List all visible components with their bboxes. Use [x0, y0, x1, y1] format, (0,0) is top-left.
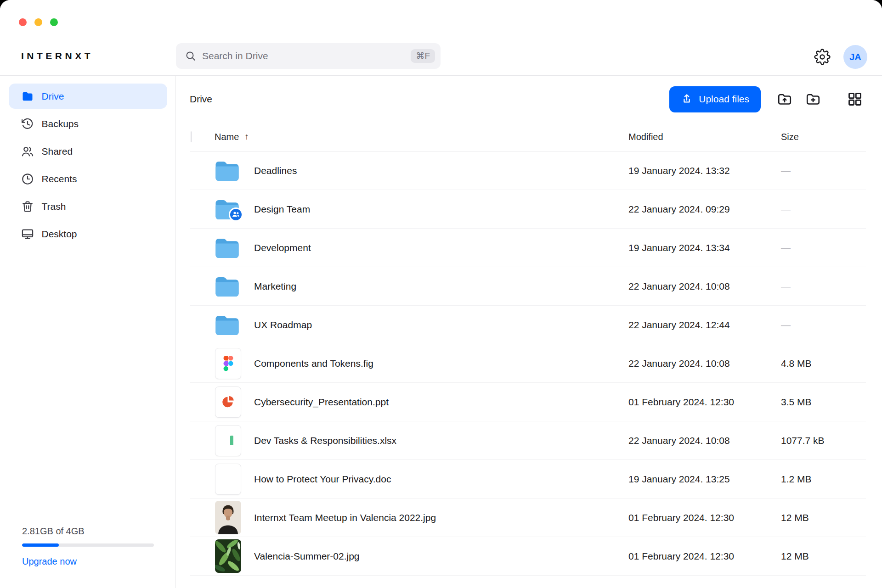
gear-icon [814, 49, 831, 65]
table-header: Name ↑ Modified Size [190, 123, 866, 151]
file-row[interactable]: Development 19 January 2024. 13:34 — [190, 229, 866, 267]
presentation-file-icon [215, 386, 241, 418]
file-row[interactable]: Marketing 22 January 2024. 10:08 — [190, 267, 866, 306]
file-modified: 22 January 2024. 10:08 [628, 281, 781, 292]
image-thumbnail [215, 539, 241, 573]
file-modified: 22 January 2024. 10:08 [628, 435, 781, 446]
file-row[interactable]: Design Team 22 January 2024. 09:29 — [190, 190, 866, 229]
file-name: Marketing [254, 281, 628, 292]
sidebar-item-trash[interactable]: Trash [9, 194, 167, 219]
file-size: — [781, 319, 866, 330]
file-name: Components and Tokens.fig [254, 358, 628, 369]
history-icon [21, 118, 34, 130]
folder-icon [215, 315, 239, 335]
column-header-modified[interactable]: Modified [628, 132, 781, 142]
file-size: — [781, 242, 866, 253]
file-row[interactable]: Internxt Team Meetup in Valencia 2022.jp… [190, 498, 866, 537]
grid-view-button[interactable] [843, 88, 867, 110]
desktop-icon [21, 228, 34, 241]
search-icon [185, 50, 196, 62]
avatar[interactable]: JA [843, 45, 867, 69]
search-input[interactable] [202, 50, 405, 62]
page-title: Drive [190, 94, 212, 105]
file-size: — [781, 204, 866, 215]
column-header-size[interactable]: Size [781, 132, 866, 142]
file-modified: 19 January 2024. 13:34 [628, 242, 781, 253]
file-size: — [781, 165, 866, 176]
column-header-name[interactable]: Name ↑ [215, 132, 628, 142]
file-name: Internxt Team Meetup in Valencia 2022.jp… [254, 512, 628, 523]
file-size: 4.8 MB [781, 358, 866, 369]
file-size: — [781, 281, 866, 292]
sidebar-item-shared[interactable]: Shared [9, 139, 167, 164]
settings-button[interactable] [811, 46, 833, 68]
file-row[interactable]: Deadlines 19 January 2024. 13:32 — [190, 151, 866, 190]
file-modified: 01 February 2024. 12:30 [628, 397, 781, 408]
file-name: How to Protect Your Privacy.doc [254, 474, 628, 485]
storage-usage-label: 2.81GB of 4GB [22, 526, 154, 537]
search-bar[interactable]: ⌘F [176, 43, 441, 69]
top-bar: INTERNXT ⌘F JA [0, 0, 882, 76]
file-name: Deadlines [254, 165, 628, 176]
folder-icon [215, 161, 239, 181]
select-all-checkbox[interactable] [191, 131, 192, 142]
file-name: Cybersecurity_Presentation.ppt [254, 397, 628, 408]
file-size: 12 MB [781, 551, 866, 562]
main-panel: Drive Upload files [176, 76, 882, 588]
sidebar-item-drive[interactable]: Drive [9, 84, 167, 109]
minimize-button[interactable] [34, 18, 42, 26]
sidebar-item-backups[interactable]: Backups [9, 111, 167, 136]
app-window: INTERNXT ⌘F JA Drive Backups Shared Rece… [0, 0, 882, 588]
svg-text:X: X [224, 437, 228, 445]
upgrade-link[interactable]: Upgrade now [22, 556, 154, 567]
shared-folder-icon [215, 199, 239, 219]
file-modified: 01 February 2024. 12:30 [628, 551, 781, 562]
upload-folder-icon [777, 91, 792, 107]
file-row[interactable]: Components and Tokens.fig 22 January 202… [190, 344, 866, 383]
maximize-button[interactable] [50, 18, 58, 26]
file-row[interactable]: Valencia-Summer-02.jpg 01 February 2024.… [190, 537, 866, 576]
table-body: Deadlines 19 January 2024. 13:32 — Desig… [190, 151, 866, 576]
storage-progress-fill [22, 543, 59, 547]
close-button[interactable] [19, 18, 27, 26]
folder-icon [215, 276, 239, 297]
file-row[interactable]: X Dev Tasks & Responsibilities.xlsx 22 J… [190, 421, 866, 460]
file-table: Name ↑ Modified Size Deadlines 19 Januar… [190, 123, 866, 576]
file-modified: 22 January 2024. 09:29 [628, 204, 781, 215]
toolbar-divider [834, 90, 834, 109]
upload-files-button[interactable]: Upload files [669, 86, 761, 112]
file-modified: 19 January 2024. 13:25 [628, 474, 781, 485]
file-modified: 01 February 2024. 12:30 [628, 512, 781, 523]
file-name: UX Roadmap [254, 319, 628, 330]
file-modified: 22 January 2024. 12:44 [628, 319, 781, 330]
word-file-icon: W [215, 464, 241, 495]
excel-file-icon: X [215, 425, 241, 456]
file-modified: 22 January 2024. 10:08 [628, 358, 781, 369]
grid-view-icon [847, 91, 863, 107]
upload-folder-button[interactable] [773, 88, 797, 110]
sidebar-item-recents[interactable]: Recents [9, 166, 167, 191]
folder-icon [21, 90, 34, 103]
sidebar-item-desktop[interactable]: Desktop [9, 221, 167, 246]
file-name: Dev Tasks & Responsibilities.xlsx [254, 435, 628, 446]
internxt-logo: INTERNXT [21, 50, 93, 62]
image-thumbnail [215, 501, 241, 534]
file-name: Valencia-Summer-02.jpg [254, 551, 628, 562]
file-size: 3.5 MB [781, 397, 866, 408]
shared-badge-icon [229, 207, 243, 222]
sidebar-nav: Drive Backups Shared Recents Trash Deskt… [0, 84, 175, 246]
file-row[interactable]: UX Roadmap 22 January 2024. 12:44 — [190, 306, 866, 344]
new-folder-button[interactable] [801, 88, 825, 110]
clock-icon [21, 173, 34, 185]
file-row[interactable]: W How to Protect Your Privacy.doc 19 Jan… [190, 460, 866, 498]
file-row[interactable]: Cybersecurity_Presentation.ppt 01 Februa… [190, 383, 866, 421]
figma-file-icon [215, 348, 241, 379]
window-controls [19, 18, 58, 26]
file-name: Design Team [254, 204, 628, 215]
file-size: 1.2 MB [781, 474, 866, 485]
file-size: 1077.7 kB [781, 435, 866, 446]
storage-widget: 2.81GB of 4GB Upgrade now [22, 526, 154, 567]
sort-ascending-icon: ↑ [244, 132, 249, 142]
trash-icon [21, 200, 34, 213]
upload-icon [681, 93, 693, 105]
